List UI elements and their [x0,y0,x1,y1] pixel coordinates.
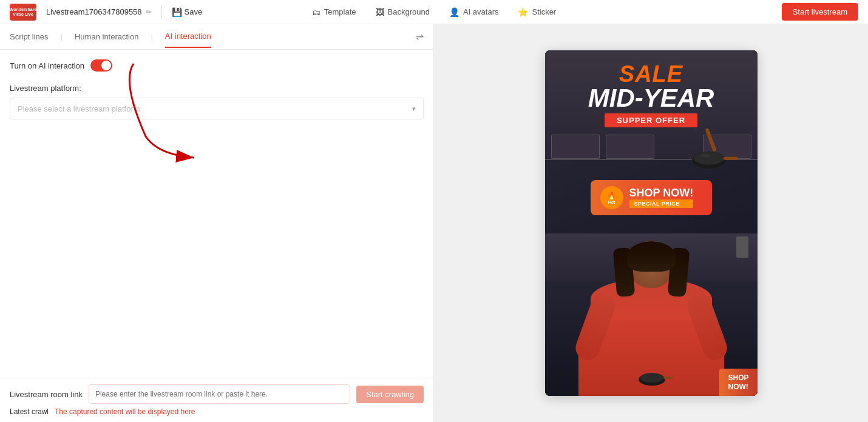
preview-card: SALE MID-YEAR SUPPER OFFER [545,50,758,396]
shop-now-badge: 🔥 Hot SHOP NOW! SPECIAL PRICE [591,180,712,215]
save-button[interactable]: 💾 Save [172,7,203,17]
template-icon: 🗂 [312,7,320,17]
ai-toggle-switch[interactable] [90,59,112,72]
left-panel: Script lines | Human interaction | AI in… [0,24,434,422]
main-layout: Script lines | Human interaction | AI in… [0,24,868,422]
tab-script-lines[interactable]: Script lines [10,26,49,47]
room-link-row: Livestream room link Start crawling [10,384,424,404]
svg-rect-1 [705,128,716,152]
bottom-bar: Livestream room link Start crawling Late… [0,378,433,422]
nav-background-label: Background [388,7,430,16]
tab-separator-2: | [151,32,152,41]
start-livestream-button[interactable]: Start livestream [782,3,858,21]
hot-circle: 🔥 Hot [600,186,623,209]
special-price-badge: SPECIAL PRICE [629,199,694,208]
nav-sticker-label: Sticker [532,7,556,16]
supper-offer-badge: SUPPER OFFER [605,113,697,127]
ai-avatar-icon: 👤 [449,7,459,17]
nav-avatars-label: AI avatars [463,7,499,16]
app-logo: WondershareVirbo Live [10,4,36,21]
room-link-label: Livestream room link [10,390,83,399]
svg-rect-8 [663,377,673,379]
sticker-icon: ⭐ [518,7,528,17]
person-section: SHOPNOW! [545,233,758,396]
header-divider [161,6,162,18]
save-icon: 💾 [172,7,182,17]
nav-sticker[interactable]: ⭐ Sticker [518,7,556,17]
platform-placeholder: Please select a livestream platform [18,104,140,113]
ai-toggle-label: Turn on AI interaction [10,61,84,70]
shop-now-text: SHOP NOW! SPECIAL PRICE [629,187,694,208]
start-crawling-button[interactable]: Start crawling [356,386,424,403]
sale-banner: SALE MID-YEAR SUPPER OFFER [545,50,758,233]
platform-label: Livestream platform: [10,84,424,93]
hot-label: Hot [608,200,615,204]
save-label: Save [185,7,203,16]
platform-section: Livestream platform: Please select a liv… [10,84,424,119]
background-icon: 🖼 [376,7,384,17]
nav-ai-avatars[interactable]: 👤 AI avatars [449,7,499,17]
sale-text-area: SALE MID-YEAR SUPPER OFFER [545,62,758,127]
shop-now-bottom-text: SHOPNOW! [728,373,748,391]
latest-crawl-label: Latest crawl [10,407,49,416]
room-link-input[interactable] [89,384,350,404]
equalizer-icon[interactable]: ⇌ [416,31,424,42]
svg-point-3 [694,152,724,165]
right-panel: SALE MID-YEAR SUPPER OFFER [434,24,868,422]
header: WondershareVirbo Live Livestream17063478… [0,0,868,24]
svg-point-4 [700,154,710,158]
sale-word: SALE [545,62,758,85]
nav-template-label: Template [324,7,356,16]
crawl-content-placeholder: The captured content will be displayed h… [55,407,195,416]
nav-template[interactable]: 🗂 Template [312,7,356,17]
frying-pan-image [691,125,739,182]
shop-now-bottom-badge: SHOPNOW! [719,369,757,396]
top-nav: 🗂 Template 🖼 Background 👤 AI avatars ⭐ S… [312,7,556,17]
ai-toggle-row: Turn on AI interaction [10,59,424,72]
latest-crawl-row: Latest crawl The captured content will b… [10,407,424,416]
svg-point-7 [640,373,663,383]
chevron-down-icon: ▾ [412,105,416,113]
edit-icon[interactable]: ✏ [146,8,152,16]
svg-rect-5 [724,157,738,160]
tabs-bar: Script lines | Human interaction | AI in… [0,24,433,50]
nav-background[interactable]: 🖼 Background [376,7,430,17]
tab-ai-interaction[interactable]: AI interaction [165,25,211,48]
tab-human-interaction[interactable]: Human interaction [75,26,139,47]
mid-year-word: MID-YEAR [545,85,758,111]
content-area: Turn on AI interaction Livestream platfo… [0,50,433,378]
tab-separator-1: | [61,32,63,41]
logo-area: WondershareVirbo Live [10,4,36,21]
project-title: Livestream1706347809558 [46,7,142,16]
project-title-area: Livestream1706347809558 ✏ [46,7,152,16]
platform-select[interactable]: Please select a livestream platform ▾ [10,98,424,119]
shop-now-big-text: SHOP NOW! [629,187,694,198]
